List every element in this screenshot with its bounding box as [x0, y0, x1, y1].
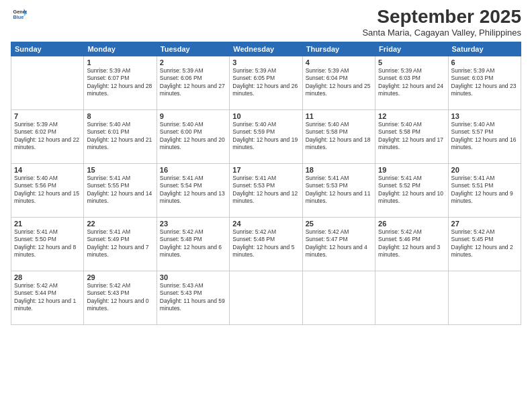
table-row: 22Sunrise: 5:41 AM Sunset: 5:49 PM Dayli…: [84, 217, 157, 271]
cell-info: Sunrise: 5:41 AM Sunset: 5:52 PM Dayligh…: [378, 175, 445, 205]
calendar-week-row: 1Sunrise: 5:39 AM Sunset: 6:07 PM Daylig…: [11, 56, 521, 109]
logo: General Blue: [11, 7, 27, 21]
table-row: 10Sunrise: 5:40 AM Sunset: 5:59 PM Dayli…: [230, 109, 302, 163]
table-row: 21Sunrise: 5:41 AM Sunset: 5:50 PM Dayli…: [11, 217, 84, 271]
cell-info: Sunrise: 5:43 AM Sunset: 5:43 PM Dayligh…: [160, 282, 226, 313]
day-number: 29: [87, 273, 153, 281]
day-number: 17: [232, 166, 299, 174]
cell-info: Sunrise: 5:40 AM Sunset: 6:00 PM Dayligh…: [160, 121, 226, 152]
day-number: 10: [232, 112, 299, 120]
title-block: September 2025 Santa Maria, Cagayan Vall…: [362, 7, 521, 38]
table-row: 19Sunrise: 5:41 AM Sunset: 5:52 PM Dayli…: [375, 163, 448, 217]
table-row: 25Sunrise: 5:42 AM Sunset: 5:47 PM Dayli…: [302, 217, 375, 271]
cell-info: Sunrise: 5:41 AM Sunset: 5:51 PM Dayligh…: [451, 175, 518, 205]
col-wednesday: Wednesday: [230, 42, 302, 56]
cell-info: Sunrise: 5:41 AM Sunset: 5:49 PM Dayligh…: [87, 228, 153, 259]
day-number: 9: [160, 112, 226, 120]
cell-info: Sunrise: 5:39 AM Sunset: 6:07 PM Dayligh…: [87, 67, 153, 98]
day-number: 8: [87, 112, 153, 120]
day-number: 3: [232, 58, 299, 66]
cell-info: Sunrise: 5:40 AM Sunset: 5:59 PM Dayligh…: [232, 121, 299, 152]
location-title: Santa Maria, Cagayan Valley, Philippines: [362, 28, 521, 38]
cell-info: Sunrise: 5:42 AM Sunset: 5:48 PM Dayligh…: [232, 228, 299, 259]
day-number: 20: [451, 166, 518, 174]
cell-info: Sunrise: 5:42 AM Sunset: 5:45 PM Dayligh…: [451, 228, 518, 259]
generalblue-logo-icon: General Blue: [12, 7, 27, 21]
cell-info: Sunrise: 5:39 AM Sunset: 6:03 PM Dayligh…: [378, 67, 445, 98]
day-number: 23: [160, 220, 226, 228]
table-row: [230, 271, 302, 324]
calendar-week-row: 7Sunrise: 5:39 AM Sunset: 6:02 PM Daylig…: [11, 109, 521, 163]
table-row: 27Sunrise: 5:42 AM Sunset: 5:45 PM Dayli…: [448, 217, 521, 271]
table-row: [302, 271, 375, 324]
cell-info: Sunrise: 5:42 AM Sunset: 5:44 PM Dayligh…: [14, 282, 81, 313]
cell-info: Sunrise: 5:39 AM Sunset: 6:05 PM Dayligh…: [232, 67, 299, 98]
col-saturday: Saturday: [448, 42, 521, 56]
col-sunday: Sunday: [11, 42, 84, 56]
cell-info: Sunrise: 5:39 AM Sunset: 6:04 PM Dayligh…: [306, 67, 372, 98]
cell-info: Sunrise: 5:40 AM Sunset: 5:58 PM Dayligh…: [306, 121, 372, 152]
table-row: 5Sunrise: 5:39 AM Sunset: 6:03 PM Daylig…: [375, 56, 448, 109]
day-number: 14: [14, 166, 81, 174]
calendar-week-row: 28Sunrise: 5:42 AM Sunset: 5:44 PM Dayli…: [11, 271, 521, 324]
col-thursday: Thursday: [302, 42, 375, 56]
table-row: [11, 56, 84, 109]
day-number: 11: [306, 112, 372, 120]
table-row: 30Sunrise: 5:43 AM Sunset: 5:43 PM Dayli…: [157, 271, 229, 324]
day-number: 15: [87, 166, 153, 174]
day-number: 28: [14, 273, 81, 281]
day-number: 12: [378, 112, 445, 120]
day-number: 6: [451, 58, 518, 66]
month-title: September 2025: [362, 7, 521, 28]
cell-info: Sunrise: 5:40 AM Sunset: 5:57 PM Dayligh…: [451, 121, 518, 152]
col-friday: Friday: [375, 42, 448, 56]
table-row: 9Sunrise: 5:40 AM Sunset: 6:00 PM Daylig…: [157, 109, 229, 163]
table-row: 12Sunrise: 5:40 AM Sunset: 5:58 PM Dayli…: [375, 109, 448, 163]
table-row: 7Sunrise: 5:39 AM Sunset: 6:02 PM Daylig…: [11, 109, 84, 163]
col-monday: Monday: [84, 42, 157, 56]
table-row: 29Sunrise: 5:42 AM Sunset: 5:43 PM Dayli…: [84, 271, 157, 324]
day-number: 16: [160, 166, 226, 174]
day-number: 30: [160, 273, 226, 281]
table-row: 16Sunrise: 5:41 AM Sunset: 5:54 PM Dayli…: [157, 163, 229, 217]
day-number: 21: [14, 220, 81, 228]
table-row: 11Sunrise: 5:40 AM Sunset: 5:58 PM Dayli…: [302, 109, 375, 163]
day-number: 26: [378, 220, 445, 228]
day-number: 5: [378, 58, 445, 66]
day-number: 22: [87, 220, 153, 228]
cell-info: Sunrise: 5:39 AM Sunset: 6:02 PM Dayligh…: [14, 121, 81, 152]
day-number: 4: [306, 58, 372, 66]
table-row: 26Sunrise: 5:42 AM Sunset: 5:46 PM Dayli…: [375, 217, 448, 271]
table-row: 18Sunrise: 5:41 AM Sunset: 5:53 PM Dayli…: [302, 163, 375, 217]
table-row: 2Sunrise: 5:39 AM Sunset: 6:06 PM Daylig…: [157, 56, 229, 109]
cell-info: Sunrise: 5:40 AM Sunset: 6:01 PM Dayligh…: [87, 121, 153, 152]
calendar-week-row: 21Sunrise: 5:41 AM Sunset: 5:50 PM Dayli…: [11, 217, 521, 271]
day-number: 2: [160, 58, 226, 66]
cell-info: Sunrise: 5:40 AM Sunset: 5:58 PM Dayligh…: [378, 121, 445, 152]
table-row: 28Sunrise: 5:42 AM Sunset: 5:44 PM Dayli…: [11, 271, 84, 324]
header-row: Sunday Monday Tuesday Wednesday Thursday…: [11, 42, 521, 56]
svg-text:Blue: Blue: [13, 14, 24, 20]
table-row: 1Sunrise: 5:39 AM Sunset: 6:07 PM Daylig…: [84, 56, 157, 109]
cell-info: Sunrise: 5:42 AM Sunset: 5:46 PM Dayligh…: [378, 228, 445, 259]
day-number: 19: [378, 166, 445, 174]
cell-info: Sunrise: 5:42 AM Sunset: 5:43 PM Dayligh…: [87, 282, 153, 313]
table-row: 3Sunrise: 5:39 AM Sunset: 6:05 PM Daylig…: [230, 56, 302, 109]
col-tuesday: Tuesday: [157, 42, 229, 56]
cell-info: Sunrise: 5:42 AM Sunset: 5:47 PM Dayligh…: [306, 228, 372, 259]
table-row: 24Sunrise: 5:42 AM Sunset: 5:48 PM Dayli…: [230, 217, 302, 271]
table-row: 17Sunrise: 5:41 AM Sunset: 5:53 PM Dayli…: [230, 163, 302, 217]
cell-info: Sunrise: 5:40 AM Sunset: 5:56 PM Dayligh…: [14, 175, 81, 205]
day-number: 7: [14, 112, 81, 120]
calendar-week-row: 14Sunrise: 5:40 AM Sunset: 5:56 PM Dayli…: [11, 163, 521, 217]
calendar-table: Sunday Monday Tuesday Wednesday Thursday…: [11, 42, 521, 325]
header: General Blue September 2025 Santa Maria,…: [11, 7, 521, 38]
cell-info: Sunrise: 5:41 AM Sunset: 5:53 PM Dayligh…: [232, 175, 299, 205]
cell-info: Sunrise: 5:39 AM Sunset: 6:03 PM Dayligh…: [451, 67, 518, 98]
table-row: 15Sunrise: 5:41 AM Sunset: 5:55 PM Dayli…: [84, 163, 157, 217]
table-row: 8Sunrise: 5:40 AM Sunset: 6:01 PM Daylig…: [84, 109, 157, 163]
day-number: 13: [451, 112, 518, 120]
cell-info: Sunrise: 5:39 AM Sunset: 6:06 PM Dayligh…: [160, 67, 226, 98]
cell-info: Sunrise: 5:41 AM Sunset: 5:53 PM Dayligh…: [306, 175, 372, 205]
table-row: 6Sunrise: 5:39 AM Sunset: 6:03 PM Daylig…: [448, 56, 521, 109]
